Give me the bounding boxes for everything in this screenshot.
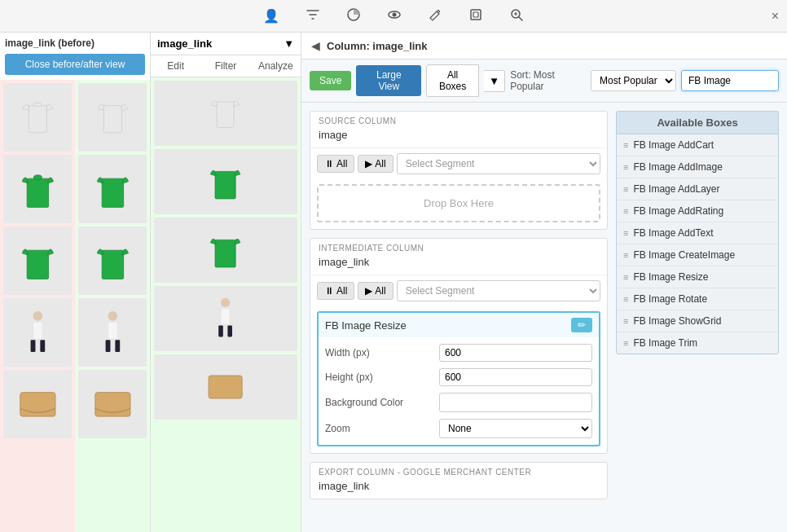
list-item[interactable]: ≡ FB Image Resize (617, 266, 778, 288)
middle-tabs: Edit Filter Analyze (151, 55, 301, 77)
svg-rect-13 (30, 340, 35, 352)
svg-rect-18 (102, 250, 123, 279)
tab-filter[interactable]: Filter (200, 55, 250, 77)
setting-row-height: Height (px) (319, 365, 599, 389)
pause-all-button-1[interactable]: ⏸ All (317, 155, 354, 173)
svg-rect-8 (27, 178, 48, 207)
source-controls: ⏸ All ▶ All Select Segment (310, 147, 607, 179)
list-item[interactable]: ≡ FB Image AddText (617, 222, 778, 244)
svg-rect-10 (27, 250, 48, 279)
list-item (78, 155, 147, 223)
list-item[interactable]: ≡ FB Image AddLayer (617, 178, 778, 200)
svg-point-11 (33, 311, 42, 321)
svg-point-2 (393, 12, 397, 16)
before-panel: image_link (before) Close before/after v… (0, 33, 151, 532)
drag-handle-icon: ≡ (623, 140, 628, 150)
setting-row-bg-color: Background Color (319, 389, 599, 415)
box-label: FB Image Rotate (633, 293, 707, 305)
list-item[interactable]: ≡ FB Image AddCart (617, 134, 778, 156)
svg-rect-21 (105, 340, 110, 352)
drag-handle-icon: ≡ (623, 272, 628, 282)
play-all-label-1: All (375, 158, 385, 169)
list-item (3, 226, 72, 295)
width-input[interactable] (439, 344, 592, 362)
all-boxes-button[interactable]: All Boxes (426, 64, 479, 97)
drop-box-area[interactable]: Drop Box Here (317, 184, 600, 222)
svg-point-9 (33, 174, 42, 179)
right-panel: ◀ Column: image_link Save Large View All… (301, 33, 787, 532)
bg-color-input[interactable] (439, 393, 592, 412)
close-before-after-button[interactable]: Close before/after view (5, 54, 145, 75)
svg-rect-14 (40, 340, 45, 352)
pause-all-label-1: All (336, 158, 347, 169)
image-rows (0, 80, 150, 532)
svg-rect-20 (108, 322, 117, 339)
zoom-icon[interactable] (504, 4, 529, 29)
svg-rect-22 (115, 340, 120, 352)
box-icon[interactable] (464, 4, 488, 29)
svg-rect-16 (103, 105, 121, 132)
list-item[interactable]: ≡ FB Image AddImage (617, 156, 778, 178)
drag-handle-icon: ≡ (623, 338, 628, 348)
back-button[interactable]: ◀ (311, 39, 320, 52)
flow-content: SOURCE COLUMN image ⏸ All ▶ All Select S… (301, 103, 787, 532)
svg-rect-17 (102, 178, 123, 207)
middle-images (151, 77, 301, 532)
large-view-button[interactable]: Large View (356, 65, 421, 96)
list-item (3, 370, 72, 438)
eye-icon[interactable] (382, 4, 407, 29)
box-label: FB Image AddImage (633, 161, 722, 173)
close-button[interactable]: × (772, 9, 779, 24)
zoom-label: Zoom (325, 423, 439, 434)
pause-all-button-2[interactable]: ⏸ All (317, 282, 354, 300)
after-column (75, 80, 150, 532)
box-label: FB Image CreateImage (633, 249, 735, 261)
list-item (3, 298, 72, 367)
sort-arrow-icon: ▼ (284, 37, 294, 50)
box-label: FB Image AddText (633, 227, 713, 239)
tab-analyze[interactable]: Analyze (251, 55, 301, 77)
play-icon: ▶ (365, 158, 372, 169)
play-all-button-1[interactable]: ▶ All (358, 155, 393, 173)
source-value: image (310, 127, 607, 147)
svg-rect-26 (215, 240, 235, 267)
setting-row-width: Width (px) (319, 341, 599, 365)
save-button[interactable]: Save (310, 71, 351, 90)
before-column (0, 80, 75, 532)
pencil-icon[interactable] (423, 4, 447, 29)
filter-icon[interactable] (301, 4, 325, 29)
svg-point-7 (34, 103, 42, 106)
box-label: FB Image Resize (633, 271, 708, 283)
zoom-select[interactable]: None Fit Fill Stretch (439, 419, 592, 438)
svg-rect-24 (218, 102, 235, 128)
source-label: SOURCE COLUMN (310, 112, 607, 127)
svg-rect-30 (228, 325, 233, 336)
export-section: EXPORT COLUMN - GOOGLE MERCHANT CENTER i… (310, 462, 608, 499)
pie-chart-icon[interactable] (341, 4, 366, 29)
list-item[interactable]: ≡ FB Image ShowGrid (617, 310, 778, 332)
play-all-button-2[interactable]: ▶ All (358, 282, 393, 300)
search-input[interactable] (681, 70, 779, 91)
right-panel-header: ◀ Column: image_link (301, 33, 787, 59)
top-toolbar: 👤 × (0, 0, 787, 33)
source-section: SOURCE COLUMN image ⏸ All ▶ All Select S… (310, 111, 608, 230)
user-icon[interactable]: 👤 (258, 5, 284, 27)
segment-select-1[interactable]: Select Segment (397, 153, 600, 174)
all-boxes-dropdown[interactable]: ▼ (484, 70, 505, 92)
list-item[interactable]: ≡ FB Image Rotate (617, 288, 778, 310)
segment-select-2[interactable]: Select Segment (397, 280, 600, 301)
height-input[interactable] (439, 368, 592, 386)
box-edit-button[interactable]: ✏ (571, 318, 592, 332)
tab-edit[interactable]: Edit (151, 55, 200, 77)
box-label: FB Image AddCart (633, 139, 714, 151)
sort-select[interactable]: Most Popular (591, 70, 676, 91)
drag-handle-icon: ≡ (623, 316, 628, 326)
list-item[interactable]: ≡ FB Image Trim (617, 332, 778, 354)
list-item[interactable]: ≡ FB Image AddRating (617, 200, 778, 222)
list-item (154, 81, 297, 146)
play-all-label-2: All (375, 285, 385, 297)
list-item[interactable]: ≡ FB Image CreateImage (617, 244, 778, 266)
height-label: Height (px) (325, 372, 439, 383)
box-label: FB Image AddLayer (633, 183, 719, 195)
box-label: FB Image AddRating (633, 205, 723, 217)
